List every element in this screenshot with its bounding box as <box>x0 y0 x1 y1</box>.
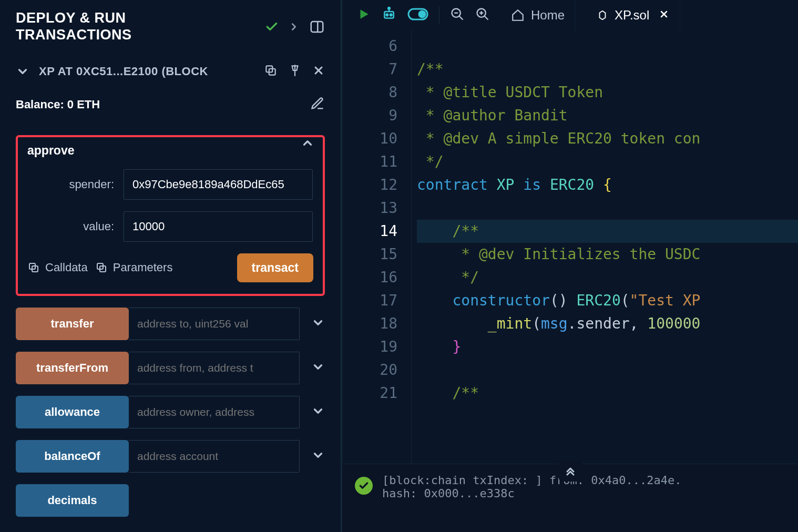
fn-expand-balanceOf[interactable] <box>311 448 325 464</box>
fn-params-balanceOf[interactable] <box>129 440 300 473</box>
balance-label: Balance: 0 ETH <box>16 98 100 111</box>
contract-label: XP AT 0XC51...E2100 (BLOCK <box>39 65 254 78</box>
fn-expand-transfer[interactable] <box>311 316 325 332</box>
svg-point-12 <box>386 14 388 16</box>
deploy-run-panel: DEPLOY & RUNTRANSACTIONS XP AT 0XC51...E… <box>0 0 341 532</box>
spender-label: spender: <box>27 178 114 191</box>
value-input[interactable] <box>124 211 313 242</box>
tab-home[interactable]: Home <box>500 0 576 30</box>
copy-address-icon[interactable] <box>264 64 278 79</box>
fn-params-transfer[interactable] <box>129 308 300 340</box>
panel-title: DEPLOY & RUNTRANSACTIONS <box>16 9 132 44</box>
svg-line-19 <box>459 16 463 20</box>
fn-expand-transferFrom[interactable] <box>311 360 325 376</box>
svg-point-17 <box>419 11 425 17</box>
fn-button-transferFrom[interactable]: transferFrom <box>16 352 129 384</box>
svg-line-22 <box>485 16 488 20</box>
copy-parameters-button[interactable]: Parameters <box>95 261 173 274</box>
code-editor[interactable]: 6789101112131415161718192021 /** * @titl… <box>342 30 798 532</box>
fn-expand-allowance[interactable] <box>311 404 325 420</box>
fn-row-transferFrom: transferFrom <box>16 352 325 384</box>
edit-balance-icon[interactable] <box>310 96 325 113</box>
run-icon[interactable] <box>357 7 371 23</box>
copy-calldata-button[interactable]: Calldata <box>27 261 88 274</box>
fn-row-balanceOf: balanceOf <box>16 440 325 473</box>
svg-marker-10 <box>361 9 369 18</box>
terminal-output: [block:chain txIndex: ] from: 0x4a0...2a… <box>382 474 682 500</box>
tx-success-badge <box>355 477 373 495</box>
editor-toolbar: Home XP.sol <box>342 0 798 30</box>
check-icon[interactable] <box>265 20 279 34</box>
transact-button[interactable]: transact <box>237 253 313 282</box>
collapse-approve-icon[interactable] <box>301 136 314 152</box>
fn-button-balanceOf[interactable]: balanceOf <box>16 440 129 473</box>
editor-panel: Home XP.sol 6789101112131415161718192021… <box>341 0 798 532</box>
fn-row-allowance: allowance <box>16 396 325 428</box>
terminal-expand-icon[interactable] <box>559 462 582 482</box>
fn-button-allowance[interactable]: allowance <box>16 396 129 428</box>
spender-input[interactable] <box>124 169 313 200</box>
pin-icon[interactable] <box>288 64 302 79</box>
chevron-right-icon[interactable] <box>288 21 300 33</box>
fn-row-transfer: transfer <box>16 308 325 340</box>
approve-function-box: approve spender: value: Calldata Paramet… <box>16 135 325 296</box>
svg-point-13 <box>390 14 392 16</box>
svg-point-15 <box>388 7 390 9</box>
zoom-in-icon[interactable] <box>475 7 490 24</box>
fn-button-transfer[interactable]: transfer <box>16 308 129 340</box>
close-contract-icon[interactable] <box>312 64 325 79</box>
fn-row-decimals: decimals <box>16 484 325 517</box>
toggle-switch-icon[interactable] <box>407 8 428 23</box>
zoom-out-icon[interactable] <box>450 7 465 24</box>
robot-icon[interactable] <box>381 6 397 24</box>
terminal[interactable]: [block:chain txIndex: ] from: 0x4a0...2a… <box>342 464 798 532</box>
fn-button-decimals[interactable]: decimals <box>16 484 129 517</box>
value-label: value: <box>27 220 114 233</box>
contract-expand-chevron[interactable] <box>16 65 29 78</box>
close-tab-icon[interactable] <box>659 8 669 23</box>
panel-toggle-icon[interactable] <box>309 19 325 35</box>
fn-params-transferFrom[interactable] <box>129 352 300 384</box>
approve-title: approve <box>27 144 313 158</box>
fn-params-allowance[interactable] <box>129 396 300 428</box>
tab-xp-sol[interactable]: XP.sol <box>586 0 680 30</box>
